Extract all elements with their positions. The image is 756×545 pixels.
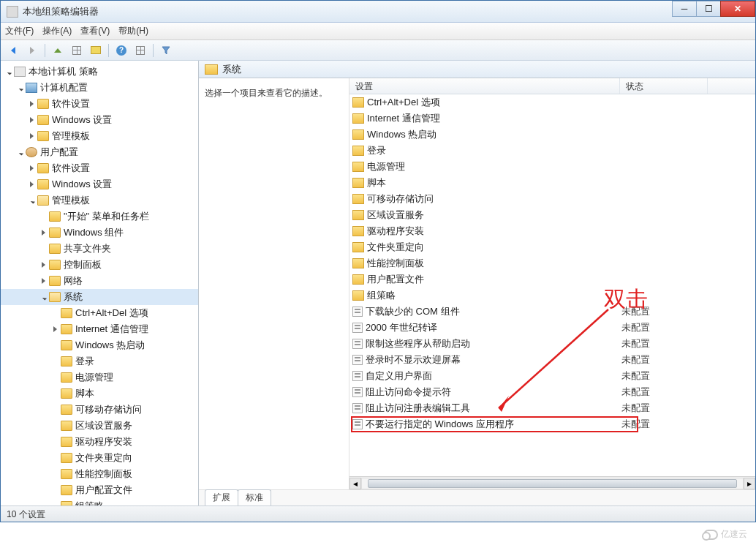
list-row-setting[interactable]: 阻止访问命令提示符未配置 [349, 384, 755, 400]
tree-shared-folders[interactable]: 共享文件夹 [1, 241, 198, 257]
list-body[interactable]: Ctrl+Alt+Del 选项Internet 通信管理Windows 热启动登… [349, 94, 755, 476]
menu-help[interactable]: 帮助(H) [118, 25, 148, 37]
tab-extended[interactable]: 扩展 [205, 489, 238, 505]
list-row-setting[interactable]: 不要运行指定的 Windows 应用程序未配置 [349, 416, 755, 432]
tree-power-management[interactable]: 电源管理 [1, 369, 198, 386]
list-header: 设置 状态 [349, 78, 755, 94]
show-hide-tree-button[interactable] [69, 42, 85, 59]
list-row-folder[interactable]: 组策略 [349, 287, 755, 304]
help-button[interactable]: ? [113, 42, 129, 59]
menu-file[interactable]: 文件(F) [5, 25, 34, 37]
tree-windows-settings[interactable]: Windows 设置 [1, 112, 198, 128]
list-row-folder[interactable]: 登录 [349, 143, 755, 159]
tree-control-panel[interactable]: 控制面板 [1, 257, 198, 273]
up-button[interactable] [50, 42, 66, 59]
list-item-label: 区域设置服务 [367, 208, 623, 222]
list-item-label: 下载缺少的 COM 组件 [366, 305, 621, 318]
forward-button[interactable] [24, 42, 40, 59]
tree-folder-redirect[interactable]: 文件夹重定向 [1, 450, 198, 466]
tree-internet-comm[interactable]: Internet 通信管理 [1, 321, 198, 337]
list-item-status: 未配置 [621, 321, 650, 334]
tree-system[interactable]: 系统 [1, 289, 198, 305]
menu-view[interactable]: 查看(V) [80, 25, 110, 37]
list-row-folder[interactable]: Ctrl+Alt+Del 选项 [349, 94, 755, 110]
list-item-label: 文件夹重定向 [367, 241, 623, 254]
minimize-button[interactable]: ─ [672, 1, 697, 17]
list-item-label: Ctrl+Alt+Del 选项 [367, 96, 623, 109]
list-item-label: 2000 年世纪转译 [366, 321, 621, 334]
tree-driver-install[interactable]: 驱动程序安装 [1, 434, 198, 450]
list-row-folder[interactable]: 脚本 [349, 175, 755, 191]
list-row-setting[interactable]: 限制这些程序从帮助启动未配置 [349, 336, 755, 352]
back-button[interactable] [5, 42, 21, 59]
folder-icon [352, 97, 364, 108]
folder-icon [352, 242, 364, 252]
tree-scripts[interactable]: 脚本 [1, 386, 198, 402]
statusbar: 10 个设置 [1, 505, 755, 522]
list-item-label: 登录 [367, 144, 623, 157]
toolbar: ? [1, 40, 755, 61]
tree-locale-services[interactable]: 区域设置服务 [1, 418, 198, 434]
list-row-folder[interactable]: 驱动程序安装 [349, 223, 755, 239]
list-row-folder[interactable]: 性能控制面板 [349, 255, 755, 271]
tree-removable-storage[interactable]: 可移动存储访问 [1, 402, 198, 418]
list-row-setting[interactable]: 自定义用户界面未配置 [349, 368, 755, 384]
tree-computer-config[interactable]: 计算机配置 [1, 80, 198, 96]
list-item-label: 性能控制面板 [367, 257, 623, 270]
list-item-label: 脚本 [367, 176, 623, 189]
list-row-folder[interactable]: 区域设置服务 [349, 207, 755, 223]
folder-icon [352, 210, 364, 220]
list-row-folder[interactable]: 文件夹重定向 [349, 239, 755, 255]
tree-ctrl-alt-del[interactable]: Ctrl+Alt+Del 选项 [1, 305, 198, 321]
list-row-folder[interactable]: 电源管理 [349, 159, 755, 175]
tree-logon[interactable]: 登录 [1, 353, 198, 369]
list-item-label: 不要运行指定的 Windows 应用程序 [366, 418, 621, 431]
tree-user-config[interactable]: 用户配置 [1, 144, 198, 160]
column-status[interactable]: 状态 [620, 78, 708, 94]
tab-standard[interactable]: 标准 [238, 489, 271, 505]
list-item-label: 限制这些程序从帮助启动 [366, 337, 621, 350]
titlebar: 本地组策略编辑器 ─ ☐ ✕ [1, 1, 755, 23]
tree-root[interactable]: 本地计算机 策略 [1, 64, 198, 80]
folder-icon [205, 64, 218, 75]
tree-group-policy[interactable]: 组策略 [1, 498, 198, 505]
tree-user-profiles[interactable]: 用户配置文件 [1, 482, 198, 498]
list-row-folder[interactable]: Internet 通信管理 [349, 110, 755, 127]
maximize-button[interactable]: ☐ [696, 1, 721, 17]
tree-windows-components[interactable]: Windows 组件 [1, 225, 198, 241]
setting-icon [352, 419, 363, 429]
list-item-label: 阻止访问命令提示符 [366, 386, 621, 399]
tree-software-settings[interactable]: 软件设置 [1, 96, 198, 112]
list-item-label: 登录时不显示欢迎屏幕 [366, 353, 621, 367]
tree-network[interactable]: 网络 [1, 273, 198, 289]
filter-button[interactable] [158, 42, 174, 59]
tree-panel[interactable]: 本地计算机 策略 计算机配置 软件设置 Windows 设置 管理模板 用户配置… [1, 61, 199, 505]
right-panel: 系统 选择一个项目来查看它的描述。 设置 状态 Ctrl+Alt+Del 选项I… [199, 61, 755, 505]
tree-perf-control[interactable]: 性能控制面板 [1, 466, 198, 482]
tree-user-admin-templates[interactable]: 管理模板 [1, 192, 198, 208]
tree-admin-templates[interactable]: 管理模板 [1, 128, 198, 144]
tree-start-menu[interactable]: "开始" 菜单和任务栏 [1, 208, 198, 225]
tree-windows-hotstart[interactable]: Windows 热启动 [1, 337, 198, 353]
export-button[interactable] [88, 42, 104, 59]
column-setting[interactable]: 设置 [349, 78, 620, 94]
list-row-folder[interactable]: 可移动存储访问 [349, 191, 755, 207]
horizontal-scrollbar[interactable]: ◂ ▸ [349, 476, 755, 489]
list-item-label: 阻止访问注册表编辑工具 [366, 402, 621, 415]
list-item-label: 驱动程序安装 [367, 225, 623, 238]
menu-action[interactable]: 操作(A) [42, 25, 72, 37]
list-row-setting[interactable]: 下载缺少的 COM 组件未配置 [349, 304, 755, 320]
list-item-status: 未配置 [621, 402, 650, 415]
list-item-label: Windows 热启动 [367, 128, 623, 141]
list-row-folder[interactable]: 用户配置文件 [349, 271, 755, 287]
folder-icon [352, 178, 364, 188]
list-row-setting[interactable]: 2000 年世纪转译未配置 [349, 320, 755, 336]
close-button[interactable]: ✕ [720, 1, 755, 17]
properties-button[interactable] [132, 42, 148, 59]
list-row-folder[interactable]: Windows 热启动 [349, 127, 755, 143]
list-row-setting[interactable]: 阻止访问注册表编辑工具未配置 [349, 400, 755, 416]
watermark-icon [703, 530, 718, 540]
list-row-setting[interactable]: 登录时不显示欢迎屏幕未配置 [349, 352, 755, 368]
tree-user-software[interactable]: 软件设置 [1, 160, 198, 176]
tree-user-windows[interactable]: Windows 设置 [1, 176, 198, 192]
